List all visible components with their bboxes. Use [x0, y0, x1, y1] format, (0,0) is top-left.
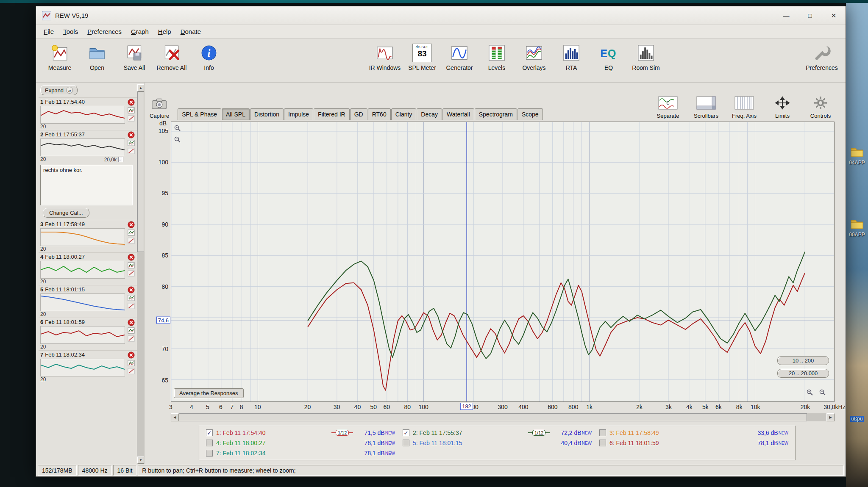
legend-checkbox[interactable] [599, 440, 606, 446]
measurement-graph-icon[interactable] [128, 107, 135, 114]
measurement-slope-icon[interactable] [128, 237, 135, 244]
sidebar-scroll-track[interactable] [137, 91, 144, 457]
measurement-notes[interactable]: rechts ohne kor. [40, 165, 133, 205]
measurement-item-3[interactable]: 3Feb 11 17:58:4920 [39, 220, 137, 252]
measurement-graph-icon[interactable] [128, 294, 135, 302]
tab-spl-phase[interactable]: SPL & Phase [178, 108, 221, 120]
scroll-up-icon[interactable]: ▲ [137, 84, 144, 91]
average-responses-button[interactable]: Average the Responses [174, 388, 244, 398]
zoom-out-icon[interactable] [174, 136, 181, 145]
graph-tool-separate[interactable]: Separate [650, 96, 686, 119]
measurement-item-7[interactable]: 7Feb 11 18:02:3420 [39, 350, 137, 383]
plot-scrollbar[interactable]: ◀ ▶ [171, 413, 835, 421]
tab-impulse[interactable]: Impulse [284, 108, 313, 120]
toolbar-measure[interactable]: Measure [41, 41, 78, 73]
desktop-icon-00app[interactable]: 00APP [847, 219, 867, 238]
measurement-graph-icon[interactable] [128, 327, 135, 334]
legend-checkbox[interactable] [206, 440, 213, 446]
menu-preferences[interactable]: Preferences [83, 26, 126, 37]
remove-measurement-button[interactable] [128, 254, 135, 261]
tab-all-spl[interactable]: All SPL [222, 108, 250, 120]
desktop-icon-04app[interactable]: 04APP [847, 147, 867, 166]
tab-distortion[interactable]: Distortion [250, 108, 284, 120]
measurement-item-4[interactable]: 4Feb 11 18:00:2720 [39, 252, 137, 285]
toolbar-open[interactable]: Open [78, 41, 116, 73]
measurement-graph-icon[interactable] [128, 139, 135, 147]
toolbar-eq[interactable]: EQEQ [590, 41, 627, 73]
tab-rt60[interactable]: RT60 [368, 108, 391, 120]
legend-checkbox[interactable] [206, 450, 213, 457]
measurement-slope-icon[interactable] [128, 335, 135, 342]
scroll-left-icon[interactable]: ◀ [171, 413, 179, 421]
legend-checkbox[interactable]: ✓ [403, 429, 409, 436]
measurement-slope-icon[interactable] [128, 147, 135, 155]
graph-tool-controls[interactable]: Controls [802, 96, 839, 119]
graph-tool-freq-axis[interactable]: Freq. Axis [726, 96, 762, 119]
toolbar-room-sim[interactable]: Room Sim [627, 41, 665, 73]
toolbar-save-all[interactable]: Save All [116, 41, 153, 73]
maximize-button[interactable]: □ [798, 6, 822, 25]
range-10-200-button[interactable]: 10 .. 200 [777, 356, 829, 365]
toolbar-overlays[interactable]: Overlays [515, 41, 553, 73]
menu-donate[interactable]: Donate [176, 26, 205, 37]
toolbar-preferences[interactable]: Preferences [803, 41, 840, 73]
tab-clarity[interactable]: Clarity [391, 108, 417, 120]
tab-scope[interactable]: Scope [517, 108, 543, 120]
tab-spectrogram[interactable]: Spectrogram [475, 108, 517, 120]
zoom-in-icon[interactable] [806, 389, 814, 398]
plot-area[interactable]: Average the Responses 10 .. 200 20 .. 20… [171, 122, 835, 402]
menu-graph[interactable]: Graph [127, 26, 153, 37]
toolbar-rta[interactable]: RTA [553, 41, 590, 73]
remove-measurement-button[interactable] [128, 131, 135, 138]
desktop-icon-u-pu[interactable]: ußpu [847, 416, 867, 423]
measurement-item-5[interactable]: 5Feb 11 18:01:1520 [39, 285, 137, 318]
zoom-in-icon[interactable] [174, 125, 181, 134]
measurement-graph-icon[interactable] [128, 229, 135, 236]
measurement-slope-icon[interactable] [128, 270, 135, 277]
measurement-slope-icon[interactable] [128, 368, 135, 375]
close-button[interactable]: ✕ [822, 6, 846, 25]
menu-help[interactable]: Help [154, 26, 175, 37]
measurement-item-6[interactable]: 6Feb 11 18:01:5920 [39, 318, 137, 350]
legend-checkbox[interactable] [403, 440, 409, 446]
tab-filtered-ir[interactable]: Filtered IR [314, 108, 350, 120]
remove-measurement-button[interactable] [128, 99, 135, 106]
measurement-item-1[interactable]: 1Feb 11 17:54:4020 [39, 97, 137, 130]
legend-checkbox[interactable] [599, 429, 606, 436]
sidebar-scroll-thumb[interactable] [137, 91, 144, 252]
toolbar-levels[interactable]: Levels [478, 41, 515, 73]
measurement-slope-icon[interactable] [128, 115, 135, 122]
range-20-20000-button[interactable]: 20 .. 20.000 [777, 369, 829, 378]
remove-measurement-button[interactable] [128, 351, 135, 359]
toolbar-remove-all[interactable]: Remove All [153, 41, 190, 73]
zoom-out-icon[interactable] [819, 389, 826, 398]
tab-decay[interactable]: Decay [417, 108, 442, 120]
titlebar[interactable]: REW V5,19 — □ ✕ [36, 6, 846, 25]
graph-tool-scrollbars[interactable]: Scrollbars [688, 96, 724, 119]
smoothing-control[interactable]: 1/12 [528, 430, 550, 436]
notes-icon[interactable] [118, 156, 124, 163]
toolbar-ir-windows[interactable]: IR Windows [366, 41, 403, 73]
scroll-down-icon[interactable]: ▼ [137, 457, 144, 464]
measurement-graph-icon[interactable] [128, 262, 135, 269]
plot-scroll-track[interactable] [179, 413, 826, 421]
legend-checkbox[interactable]: ✓ [206, 429, 213, 436]
remove-measurement-button[interactable] [128, 286, 135, 293]
menu-tools[interactable]: Tools [59, 26, 82, 37]
menu-file[interactable]: File [39, 26, 58, 37]
graph-tool-limits[interactable]: Limits [764, 96, 801, 119]
remove-measurement-button[interactable] [128, 221, 135, 228]
smoothing-control[interactable]: 1/12 [331, 430, 353, 436]
toolbar-generator[interactable]: Generator [441, 41, 478, 73]
tab-gd[interactable]: GD [350, 108, 367, 120]
remove-measurement-button[interactable] [128, 319, 135, 326]
measurement-item-2[interactable]: 2Feb 11 17:55:372020,0k [39, 130, 137, 163]
measurement-slope-icon[interactable] [128, 302, 135, 310]
change-cal-button[interactable]: Change Cal... [43, 208, 89, 218]
minimize-button[interactable]: — [774, 6, 798, 25]
toolbar-spl-meter[interactable]: dB SPL83SPL Meter [403, 41, 441, 73]
measurement-graph-icon[interactable] [128, 360, 135, 367]
expand-button[interactable]: Expand » [40, 85, 78, 95]
tab-waterfall[interactable]: Waterfall [442, 108, 474, 120]
sidebar-scrollbar[interactable]: ▲ ▼ [137, 84, 144, 464]
